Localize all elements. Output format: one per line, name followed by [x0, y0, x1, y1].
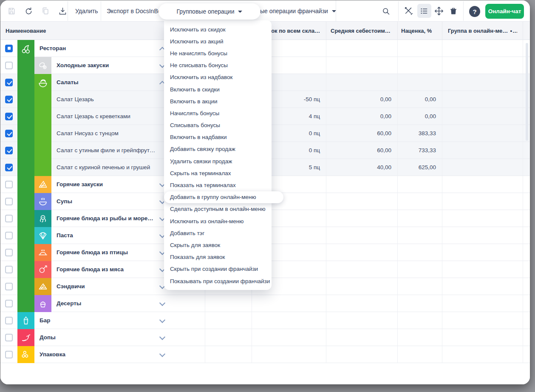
menu-item[interactable]: Начислять бонусы: [164, 107, 272, 119]
drink-cup-icon: [20, 315, 31, 326]
export-docsinbox-button[interactable]: Экспорт в DocsInBox: [107, 0, 164, 22]
download-icon[interactable]: [57, 6, 68, 16]
table-row[interactable]: Упаковка: [0, 346, 530, 363]
category-band-salads: [34, 74, 51, 176]
row-checkbox[interactable]: [5, 181, 13, 188]
category-tile-hot-appetizers: [34, 176, 51, 193]
table-row[interactable]: Допы: [0, 329, 530, 346]
delete-button[interactable]: Удалить: [75, 0, 98, 22]
move-icon[interactable]: [434, 6, 444, 16]
menu-item[interactable]: Добавить связку продаж: [164, 143, 272, 155]
save-icon[interactable]: [6, 6, 17, 16]
chevron-down-icon[interactable]: [160, 352, 164, 355]
group-operations-menu: Исключить из скидок Исключить из акций Н…: [164, 20, 272, 290]
menu-item[interactable]: Включить в скидки: [164, 83, 272, 95]
table-row[interactable]: Бар: [0, 312, 530, 329]
chevron-down-icon[interactable]: [160, 335, 164, 338]
menu-item[interactable]: Включить в надбавки: [164, 131, 272, 143]
row-checkbox[interactable]: [5, 266, 13, 273]
list-view-icon[interactable]: [419, 6, 429, 16]
menu-item[interactable]: Показать на терминалах: [164, 179, 272, 191]
chevron-up-icon[interactable]: [160, 82, 164, 85]
menu-item[interactable]: Сделать доступным в онлайн-меню: [164, 203, 272, 215]
cherries-icon: [20, 43, 32, 55]
trash-icon[interactable]: [448, 6, 459, 16]
row-checkbox[interactable]: [5, 79, 13, 86]
row-checkbox[interactable]: [5, 198, 13, 205]
menu-item[interactable]: Удалить связки продаж: [164, 155, 272, 167]
category-tile-soups: [34, 193, 51, 210]
row-checkbox[interactable]: [5, 351, 13, 358]
meat-icon: [37, 264, 48, 275]
help-icon[interactable]: ?: [469, 6, 480, 17]
chevron-down-icon[interactable]: [160, 216, 164, 219]
refresh-icon[interactable]: [23, 6, 34, 16]
app-window: Удалить Экспорт в DocsInBox Групповые оп…: [0, 0, 530, 384]
table-row[interactable]: Десерты: [0, 295, 530, 312]
chevron-down-icon[interactable]: [160, 182, 164, 185]
menu-item[interactable]: Показать для заявок: [164, 251, 272, 263]
search-icon[interactable]: [381, 6, 391, 16]
salad-icon: [37, 77, 49, 89]
poultry-icon: [37, 247, 48, 258]
row-checkbox[interactable]: [5, 96, 13, 103]
row-checkbox[interactable]: [5, 317, 13, 324]
chevron-down-icon[interactable]: [160, 233, 164, 236]
menu-item[interactable]: Списывать бонусы: [164, 119, 272, 131]
menu-item[interactable]: Исключить из акций: [164, 35, 272, 47]
column-header-avg-cost[interactable]: Средняя себестоимость…: [326, 22, 398, 40]
row-checkbox[interactable]: [5, 164, 13, 171]
category-tile-fish-seafood: [34, 210, 51, 227]
menu-item[interactable]: Не списывать бонусы: [164, 60, 272, 71]
menu-item[interactable]: Исключить из онлайн-меню: [164, 215, 272, 227]
column-settings-icon[interactable]: •••: [510, 28, 517, 34]
menu-item[interactable]: Скрыть на терминалах: [164, 167, 272, 179]
row-checkbox[interactable]: [5, 130, 13, 137]
menu-item[interactable]: Включить в акции: [164, 95, 272, 107]
category-tile-cold-appetizers: [34, 57, 51, 74]
row-checkbox[interactable]: [5, 232, 13, 239]
category-tile-bar: [17, 312, 34, 329]
row-checkbox[interactable]: [5, 300, 13, 307]
row-checkbox[interactable]: [5, 215, 13, 222]
column-header-markup[interactable]: Наценка, %: [398, 22, 442, 40]
group-operations-button[interactable]: Групповые операции: [159, 3, 260, 20]
row-checkbox[interactable]: [5, 249, 13, 256]
row-checkbox[interactable]: [5, 283, 13, 290]
row-checkbox[interactable]: [5, 147, 13, 154]
sandwich-icon: [37, 281, 48, 292]
chevron-down-icon[interactable]: [160, 62, 164, 66]
category-tile-poultry: [34, 244, 51, 261]
honeycomb-icon: [20, 349, 31, 360]
menu-item-add-to-online-menu-group[interactable]: Добавить в группу онлайн-меню: [164, 191, 283, 203]
vertical-scrollbar[interactable]: [526, 43, 528, 141]
menu-item[interactable]: Скрыть для заявок: [164, 239, 272, 251]
menu-item[interactable]: Не начислять бонусы: [164, 47, 272, 59]
tools-icon[interactable]: [404, 6, 414, 16]
row-checkbox[interactable]: [5, 113, 13, 120]
chevron-down-icon: [238, 11, 242, 13]
column-header-online-group[interactable]: Группа в онлайн-меню •••: [442, 22, 523, 40]
chevron-down-icon[interactable]: [160, 199, 164, 202]
row-checkbox[interactable]: [5, 62, 13, 69]
chevron-up-icon[interactable]: [160, 48, 164, 51]
category-tile-dopy: [17, 329, 34, 346]
menu-item[interactable]: Исключить из скидок: [164, 23, 272, 35]
online-chat-button[interactable]: Онлайн-чат: [485, 4, 524, 19]
chevron-down-icon[interactable]: [160, 267, 164, 270]
menu-item[interactable]: Исключить из надбавок: [164, 71, 272, 83]
category-tile-sandwiches: [34, 278, 51, 295]
menu-item[interactable]: Добавить тэг: [164, 227, 272, 239]
hot-appetizers-icon: [37, 179, 48, 190]
chevron-down-icon[interactable]: [160, 284, 164, 287]
chevron-down-icon[interactable]: [160, 250, 164, 253]
menu-item[interactable]: Скрыть при создании франчайзи: [164, 263, 272, 275]
copy-icon[interactable]: [40, 6, 51, 16]
chevron-down-icon[interactable]: [160, 301, 164, 304]
row-checkbox[interactable]: [5, 45, 13, 52]
menu-item[interactable]: Показывать при создании франчайзи: [164, 275, 272, 287]
row-checkbox[interactable]: [5, 334, 13, 341]
category-tile-pasta: [34, 227, 51, 244]
column-header-name[interactable]: Наименование: [0, 22, 171, 40]
chevron-down-icon[interactable]: [160, 318, 164, 321]
